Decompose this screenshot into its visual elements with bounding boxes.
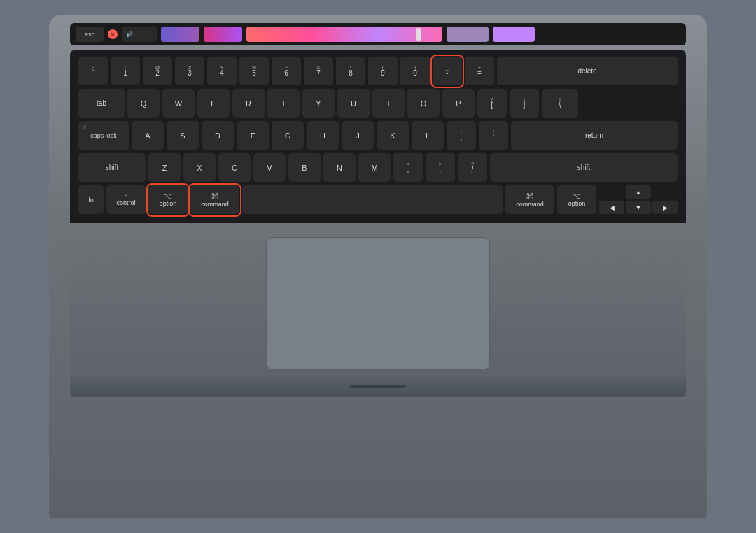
key-8[interactable]: * 8	[336, 57, 365, 86]
tb-segment-bright	[493, 27, 535, 42]
key-slash[interactable]: ? /	[458, 153, 487, 183]
bottom-notch	[350, 385, 406, 388]
arrow-key-group: ▲ ◀ ▼ ▶	[599, 185, 678, 215]
key-0[interactable]: ) 0	[400, 57, 430, 86]
key-command-left[interactable]: ⌘ command	[190, 185, 239, 215]
key-fn[interactable]: fn	[78, 185, 104, 215]
key-x[interactable]: X	[183, 153, 216, 183]
key-minus[interactable]: _ -	[433, 57, 462, 86]
key-caps-lock[interactable]: caps lock	[78, 121, 129, 150]
key-row-qwerty: tab Q W E R T Y U I O P { [ } ] | \	[78, 89, 678, 118]
tb-segment-light	[447, 27, 489, 42]
key-3[interactable]: # 3	[175, 57, 204, 86]
tb-segment-gradient[interactable]	[246, 27, 442, 42]
key-tab[interactable]: tab	[78, 89, 125, 118]
key-bracket-left[interactable]: { [	[477, 89, 507, 118]
touch-bar: esc ✕ 🔊 ─────	[70, 23, 686, 45]
key-n[interactable]: N	[323, 153, 356, 183]
key-tilde[interactable]: ~ `	[78, 57, 108, 86]
key-row-bottom: fn ^ control ⌥ option ⌘ command ⌘ comman…	[78, 185, 678, 215]
key-shift-right[interactable]: shift	[490, 153, 678, 183]
key-1[interactable]: ! 1	[111, 57, 140, 86]
key-y[interactable]: Y	[302, 89, 335, 118]
key-6[interactable]: ^ 6	[272, 57, 301, 86]
key-a[interactable]: A	[132, 121, 164, 150]
key-s[interactable]: S	[167, 121, 199, 150]
tb-media-controls: 🔊 ─────	[122, 27, 157, 42]
key-c[interactable]: C	[218, 153, 251, 183]
keyboard: ~ ` ! 1 @ 2 # 3 $ 4 % 5	[70, 50, 686, 223]
key-5[interactable]: % 5	[239, 57, 269, 86]
key-p[interactable]: P	[442, 89, 475, 118]
key-comma[interactable]: < ,	[393, 153, 423, 183]
key-return[interactable]: return	[511, 121, 678, 150]
key-m[interactable]: M	[358, 153, 391, 183]
key-f[interactable]: F	[237, 121, 269, 150]
tb-esc-key[interactable]: esc	[76, 27, 104, 42]
key-backslash[interactable]: | \	[542, 89, 578, 118]
tb-segment-pink	[204, 27, 242, 42]
tb-handle[interactable]	[416, 28, 421, 41]
key-i[interactable]: I	[372, 89, 405, 118]
trackpad-area	[70, 223, 686, 397]
key-equals[interactable]: + =	[465, 57, 494, 86]
key-4[interactable]: $ 4	[207, 57, 237, 86]
key-arrow-left[interactable]: ◀	[599, 201, 624, 215]
key-r[interactable]: R	[232, 89, 265, 118]
key-w[interactable]: W	[162, 89, 195, 118]
key-row-asdf: caps lock A S D F G H J K L : ; " ' retu…	[78, 121, 678, 150]
key-space[interactable]	[242, 185, 503, 215]
key-row-numbers: ~ ` ! 1 @ 2 # 3 $ 4 % 5	[78, 57, 678, 86]
key-2[interactable]: @ 2	[143, 57, 172, 86]
tb-esc-label: esc	[85, 31, 94, 38]
key-u[interactable]: U	[337, 89, 370, 118]
key-z[interactable]: Z	[148, 153, 181, 183]
tb-volume-icon: 🔊	[126, 31, 133, 38]
caps-lock-indicator	[83, 125, 86, 129]
tb-segment-purple	[161, 27, 200, 42]
key-e[interactable]: E	[197, 89, 230, 118]
key-option-left[interactable]: ⌥ option	[148, 185, 188, 215]
key-arrow-up[interactable]: ▲	[626, 185, 651, 199]
key-t[interactable]: T	[267, 89, 300, 118]
key-semicolon[interactable]: : ;	[447, 121, 476, 150]
key-option-right[interactable]: ⌥ option	[557, 185, 596, 215]
key-control-left[interactable]: ^ control	[106, 185, 146, 215]
key-v[interactable]: V	[253, 153, 286, 183]
key-period[interactable]: > .	[426, 153, 455, 183]
key-9[interactable]: ( 9	[368, 57, 398, 86]
key-d[interactable]: D	[202, 121, 234, 150]
key-quote[interactable]: " '	[479, 121, 508, 150]
tb-close-button[interactable]: ✕	[108, 29, 118, 39]
key-k[interactable]: K	[377, 121, 409, 150]
trackpad[interactable]	[266, 237, 490, 370]
key-7[interactable]: & 7	[304, 57, 333, 86]
key-b[interactable]: B	[288, 153, 321, 183]
key-arrow-right[interactable]: ▶	[652, 201, 678, 215]
key-shift-left[interactable]: shift	[78, 153, 146, 183]
key-l[interactable]: L	[412, 121, 444, 150]
laptop-body: esc ✕ 🔊 ───── ~ ` ! 1 @ 2	[49, 15, 707, 518]
bottom-chin	[70, 377, 686, 397]
key-g[interactable]: G	[272, 121, 304, 150]
key-delete[interactable]: delete	[497, 57, 678, 86]
key-h[interactable]: H	[307, 121, 339, 150]
key-command-right[interactable]: ⌘ command	[505, 185, 554, 215]
key-bracket-right[interactable]: } ]	[510, 89, 539, 118]
key-o[interactable]: O	[407, 89, 440, 118]
key-arrow-down[interactable]: ▼	[626, 201, 651, 215]
key-j[interactable]: J	[342, 121, 374, 150]
key-row-zxcv: shift Z X C V B N M < , > . ? / shift	[78, 153, 678, 183]
key-q[interactable]: Q	[127, 89, 160, 118]
